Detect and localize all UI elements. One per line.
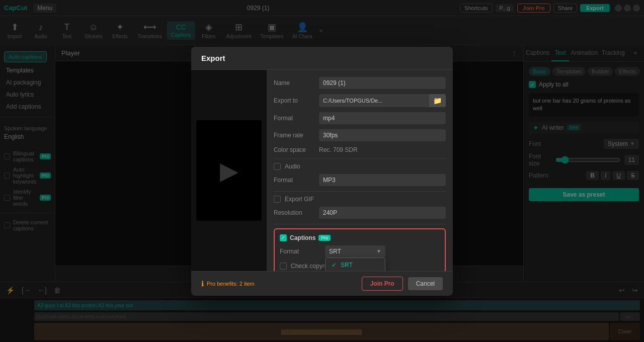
srt-checkmark-icon: ✓ [332, 262, 337, 269]
export-path-text: C:/Users/TOPGUS/De... [319, 95, 429, 106]
color-space-row: Color space Rec. 709 SDR [274, 146, 446, 153]
gif-row: Export GIF [274, 196, 446, 203]
audio-format-row: Format MP3 [274, 174, 446, 186]
resolution-row: Resolution 240P [274, 207, 446, 219]
frame-rate-select[interactable]: 30fps [319, 129, 446, 141]
name-input[interactable] [319, 77, 446, 89]
audio-format-select[interactable]: MP3 [319, 174, 446, 186]
export-gif-label: Export GIF [285, 196, 314, 203]
export-gif-checkbox[interactable] [274, 196, 281, 203]
separator-2 [274, 191, 446, 192]
caption-format-row: Format SRT ▼ ✓ SRT [280, 245, 440, 258]
caption-format-label: Format [280, 248, 320, 255]
captions-header: ✓ Captions Pro [280, 234, 440, 241]
export-to-row: Export to C:/Users/TOPGUS/De... 📁 [274, 94, 446, 107]
frame-rate-label: Frame rate [274, 132, 314, 139]
cancel-dialog-button[interactable]: Cancel [408, 277, 443, 290]
pro-benefits-text: Pro benefits: 2 item [207, 281, 255, 287]
format-select[interactable]: mp4 [319, 112, 446, 124]
color-space-label: Color space [274, 146, 314, 153]
export-to-label: Export to [274, 97, 314, 104]
dialog-video-preview: ▶ [191, 70, 267, 271]
dialog-options: Name Export to C:/Users/TOPGUS/De... 📁 F… [267, 70, 453, 271]
audio-checkbox[interactable] [274, 163, 281, 170]
video-thumbnail-icon: ▶ [220, 156, 238, 185]
export-path-container: C:/Users/TOPGUS/De... 📁 [319, 94, 446, 107]
audio-row: Audio [274, 163, 446, 170]
separator-3 [274, 224, 446, 224]
frame-rate-row: Frame rate 30fps [274, 129, 446, 141]
dropdown-item-srt[interactable]: ✓ SRT [326, 258, 385, 271]
caption-format-dropdown: ✓ SRT TXT [325, 258, 385, 271]
color-space-value: Rec. 709 SDR [319, 146, 358, 153]
resolution-select[interactable]: 240P [319, 207, 446, 219]
captions-export-label: Captions [290, 234, 315, 241]
copyright-checkbox[interactable] [280, 263, 287, 270]
caption-format-value: SRT [329, 248, 341, 255]
caption-format-select[interactable]: SRT ▼ [325, 245, 385, 258]
captions-pro-badge: Pro [318, 235, 331, 241]
format-label: Format [274, 115, 314, 122]
dialog-title: Export [201, 54, 225, 62]
footer-info: ℹ Pro benefits: 2 item [201, 280, 357, 288]
video-thumbnail: ▶ [196, 120, 262, 221]
dialog-overlay: Export ▶ Name Export to C:/Users/TOPGUS/… [0, 0, 644, 342]
resolution-label: Resolution [274, 209, 314, 216]
dialog-header: Export [191, 47, 453, 70]
browse-folder-button[interactable]: 📁 [429, 94, 446, 107]
audio-format-label: Format [274, 177, 314, 184]
audio-label: Audio [285, 163, 300, 170]
name-label: Name [274, 79, 314, 87]
export-dialog: Export ▶ Name Export to C:/Users/TOPGUS/… [191, 47, 453, 296]
srt-option-label: SRT [341, 262, 353, 269]
dialog-body: ▶ Name Export to C:/Users/TOPGUS/De... 📁… [191, 70, 453, 271]
captions-export-checkbox[interactable]: ✓ [280, 234, 287, 241]
caption-format-wrapper: SRT ▼ ✓ SRT TXT [325, 245, 385, 258]
format-row: Format mp4 [274, 112, 446, 124]
caption-format-arrow-icon: ▼ [376, 248, 381, 254]
join-pro-dialog-button[interactable]: Join Pro [362, 277, 403, 291]
separator-1 [274, 158, 446, 159]
dialog-footer: ℹ Pro benefits: 2 item Join Pro Cancel [191, 271, 453, 296]
info-icon: ℹ [201, 280, 204, 288]
captions-export-section: ✓ Captions Pro Format SRT ▼ [274, 228, 446, 271]
name-row: Name [274, 77, 446, 89]
